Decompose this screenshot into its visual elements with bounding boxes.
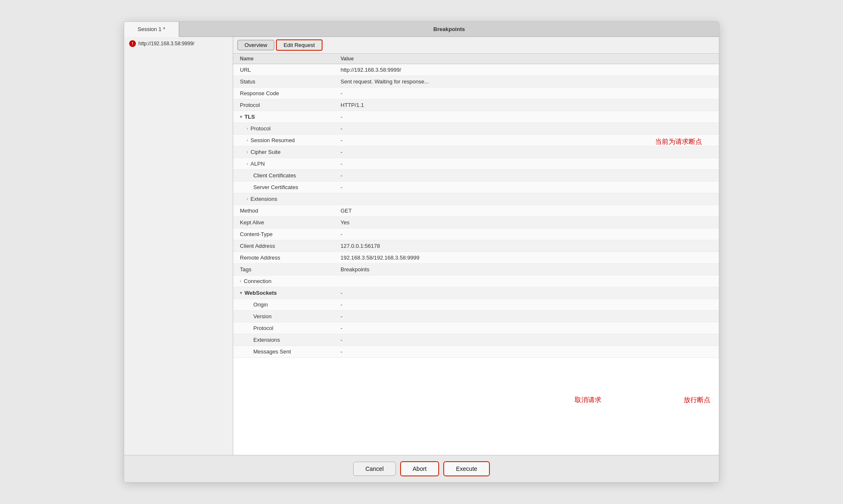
table-row: Origin-: [233, 299, 719, 311]
tab-session[interactable]: Session 1 *: [124, 22, 179, 37]
row-value: -: [334, 88, 719, 99]
table-row[interactable]: ›Cipher Suite-: [233, 146, 719, 158]
row-value: -: [334, 135, 719, 146]
row-value: -: [334, 170, 719, 181]
row-value: -: [334, 311, 719, 322]
row-name: ›Protocol: [233, 123, 334, 134]
request-item[interactable]: ! http://192.168.3.58:9999/: [124, 37, 233, 50]
chevron-icon: ›: [247, 161, 248, 166]
annotation-bottom-middle: 取消请求: [575, 396, 601, 405]
row-value: HTTP/1.1: [334, 99, 719, 111]
row-name-text: Method: [240, 208, 258, 214]
row-name-text: Remote Address: [240, 255, 280, 261]
edit-request-button[interactable]: Edit Request: [276, 39, 322, 51]
row-value: 192.168.3.58/192.168.3.58:9999: [334, 252, 719, 263]
cancel-button[interactable]: Cancel: [353, 462, 396, 476]
row-name: ›ALPN: [233, 158, 334, 169]
row-value: -: [334, 346, 719, 357]
request-url: http://192.168.3.58:9999/: [138, 41, 194, 47]
row-value: -: [334, 158, 719, 169]
abort-button[interactable]: Abort: [400, 461, 439, 476]
detail-table: Name Value 当前为请求断点 URLhttp://192.168.3.5…: [233, 54, 719, 455]
table-row[interactable]: ▾WebSockets-: [233, 287, 719, 299]
row-name: Protocol: [233, 99, 334, 111]
detail-toolbar: Overview Edit Request: [233, 37, 719, 54]
footer: Cancel Abort Execute: [124, 455, 719, 482]
table-row[interactable]: ›Protocol-: [233, 123, 719, 135]
request-error-icon: !: [129, 40, 136, 47]
table-row: Remote Address192.168.3.58/192.168.3.58:…: [233, 252, 719, 264]
row-name-text: TLS: [245, 114, 255, 120]
row-name-text: Client Address: [240, 243, 275, 249]
row-name-text: Server Certificates: [253, 184, 298, 190]
row-name-text: WebSockets: [245, 290, 277, 296]
row-name-text: Origin: [253, 301, 268, 308]
row-name-text: Client Certificates: [253, 172, 296, 179]
execute-button[interactable]: Execute: [443, 461, 490, 476]
row-value: Yes: [334, 217, 719, 228]
table-row[interactable]: ▾TLS-: [233, 111, 719, 123]
table-row[interactable]: ›Extensions: [233, 193, 719, 205]
row-name-text: Status: [240, 78, 255, 85]
row-value: -: [334, 123, 719, 134]
table-row: Messages Sent-: [233, 346, 719, 358]
row-value: -: [334, 334, 719, 346]
table-row: Extensions-: [233, 334, 719, 346]
table-row: TagsBreakpoints: [233, 264, 719, 275]
row-name: Client Certificates: [233, 170, 334, 181]
row-name-text: Tags: [240, 266, 251, 273]
table-row: Server Certificates-: [233, 182, 719, 193]
row-value: http://192.168.3.58:9999/: [334, 64, 719, 75]
row-name-text: URL: [240, 67, 251, 73]
annotation-bottom-right: 放行断点: [684, 396, 710, 405]
table-row: Client Certificates-: [233, 170, 719, 182]
row-name: URL: [233, 64, 334, 75]
row-value: -: [334, 229, 719, 240]
col-value-header: Value: [334, 54, 719, 64]
row-name: Status: [233, 76, 334, 87]
row-name: Origin: [233, 299, 334, 310]
row-value: -: [334, 182, 719, 193]
left-panel: ! http://192.168.3.58:9999/: [124, 37, 233, 455]
row-name-text: Kept Alive: [240, 219, 264, 226]
row-name-text: Protocol: [240, 102, 260, 108]
row-name-text: Extensions: [250, 196, 277, 202]
row-name: Protocol: [233, 322, 334, 334]
row-name: Content-Type: [233, 229, 334, 240]
table-row: Response Code-: [233, 88, 719, 99]
tab-breakpoints[interactable]: Breakpoints: [179, 22, 719, 36]
row-name-text: ALPN: [250, 161, 265, 167]
row-name: Messages Sent: [233, 346, 334, 357]
table-row: URLhttp://192.168.3.58:9999/: [233, 64, 719, 76]
overview-button[interactable]: Overview: [237, 40, 274, 50]
table-row: Client Address127.0.0.1:56178: [233, 240, 719, 252]
table-row: ProtocolHTTP/1.1: [233, 99, 719, 111]
table-row[interactable]: ›ALPN-: [233, 158, 719, 170]
row-name-text: Session Resumed: [250, 137, 295, 143]
table-row[interactable]: ›Connection: [233, 275, 719, 287]
row-value: Sent request. Waiting for response...: [334, 76, 719, 87]
table-row: Version-: [233, 311, 719, 322]
row-name: ›Extensions: [233, 193, 334, 205]
table-row: Content-Type-: [233, 229, 719, 240]
row-name-text: Content-Type: [240, 231, 273, 237]
row-value: [334, 193, 719, 205]
table-row[interactable]: ›Session Resumed-: [233, 135, 719, 146]
chevron-icon: ›: [247, 197, 248, 201]
chevron-icon: ›: [240, 279, 241, 283]
row-value: -: [334, 146, 719, 158]
row-name: ▾WebSockets: [233, 287, 334, 299]
tab-breakpoints-label: Breakpoints: [433, 26, 465, 32]
table-row: StatusSent request. Waiting for response…: [233, 76, 719, 88]
row-name-text: Connection: [244, 278, 271, 284]
table-body: URLhttp://192.168.3.58:9999/StatusSent r…: [233, 64, 719, 358]
row-name-text: Response Code: [240, 90, 279, 96]
row-name-text: Cipher Suite: [250, 149, 281, 155]
row-value: -: [334, 299, 719, 310]
row-name: Response Code: [233, 88, 334, 99]
table-row: Protocol-: [233, 322, 719, 334]
row-name: Tags: [233, 264, 334, 275]
row-name: Kept Alive: [233, 217, 334, 228]
row-value: 127.0.0.1:56178: [334, 240, 719, 252]
row-name-text: Extensions: [253, 337, 280, 343]
